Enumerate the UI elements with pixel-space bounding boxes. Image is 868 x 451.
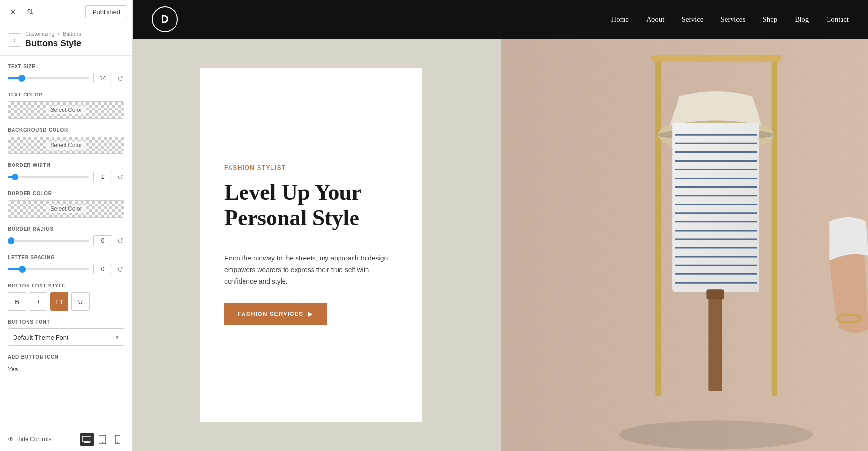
nav-link-services[interactable]: Services xyxy=(720,15,745,24)
text-size-label: TEXT SIZE xyxy=(8,64,124,69)
border-color-control: BORDER COLOR Select Color xyxy=(8,191,124,218)
svg-point-4 xyxy=(102,442,103,443)
published-button[interactable]: Published xyxy=(85,5,127,18)
letter-spacing-input[interactable]: 0 xyxy=(93,264,112,274)
nav-link-about[interactable]: About xyxy=(646,15,665,24)
text-size-slider[interactable] xyxy=(8,77,89,79)
underline-button[interactable]: U xyxy=(71,292,90,311)
add-button-icon-control: ADD BUTTON ICON Yes xyxy=(8,355,124,375)
border-width-reset[interactable]: ↺ xyxy=(116,173,124,182)
nav-logo-letter: D xyxy=(161,13,169,26)
svg-rect-34 xyxy=(706,289,724,299)
view-tablet-button[interactable] xyxy=(95,433,109,446)
button-font-style-label: BUTTON FONT STYLE xyxy=(8,283,124,288)
breadcrumb-current: Buttons xyxy=(63,31,81,37)
back-button[interactable]: ‹ xyxy=(8,33,21,47)
border-radius-reset[interactable]: ↺ xyxy=(116,236,124,246)
border-radius-input[interactable]: 0 xyxy=(93,235,112,246)
eye-icon: 👁 xyxy=(8,436,14,443)
panel-bottom-bar: 👁 Hide Controls xyxy=(0,427,132,451)
background-color-label: BACKGROUND COLOR xyxy=(8,127,124,133)
letter-spacing-reset[interactable]: ↺ xyxy=(116,265,124,274)
border-radius-slider-row: 0 ↺ xyxy=(8,235,124,246)
svg-rect-10 xyxy=(651,55,781,62)
nav-link-home[interactable]: Home xyxy=(611,15,629,24)
view-mobile-button[interactable] xyxy=(111,433,124,446)
border-width-input[interactable]: 1 xyxy=(93,172,112,182)
background-color-picker[interactable]: Select Color xyxy=(8,137,124,154)
background-color-control: BACKGROUND COLOR Select Color xyxy=(8,127,124,154)
text-color-picker[interactable]: Select Color xyxy=(8,101,124,119)
border-width-label: BORDER WIDTH xyxy=(8,163,124,168)
italic-button[interactable]: I xyxy=(29,292,47,311)
font-style-row: B I TT U xyxy=(8,292,124,311)
hero-right xyxy=(501,39,868,451)
mobile-icon xyxy=(115,435,120,444)
border-width-control: BORDER WIDTH 1 ↺ xyxy=(8,163,124,182)
panel-top-bar: ✕ ⇅ Published xyxy=(0,0,132,24)
hero-body: From the runway to the streets, my appro… xyxy=(224,253,398,287)
hero-image xyxy=(501,39,868,451)
text-size-slider-row: 14 ↺ xyxy=(8,73,124,83)
border-width-slider[interactable] xyxy=(8,176,89,178)
border-radius-control: BORDER RADIUS 0 ↺ xyxy=(8,226,124,246)
view-desktop-button[interactable] xyxy=(80,433,94,446)
hide-controls-button[interactable]: 👁 Hide Controls xyxy=(8,436,52,443)
hero-title: Level Up Your Personal Style xyxy=(224,180,398,231)
hero-cta-label: FASHION SERVICES xyxy=(238,311,303,317)
nav-link-blog[interactable]: Blog xyxy=(795,15,809,24)
text-color-label: TEXT COLOR xyxy=(8,92,124,97)
hide-controls-label: Hide Controls xyxy=(16,436,52,443)
nav-link-contact[interactable]: Contact xyxy=(826,15,849,24)
preview-content: FASHION STYLIST Level Up Your Personal S… xyxy=(133,39,868,451)
view-buttons xyxy=(80,433,124,446)
svg-point-36 xyxy=(619,420,812,449)
nav-link-service[interactable]: Service xyxy=(682,15,704,24)
hero-cta-button[interactable]: FASHION SERVICES ▶ xyxy=(224,303,327,325)
nav-link-shop[interactable]: Shop xyxy=(762,15,777,24)
svg-rect-1 xyxy=(85,441,88,442)
buttons-font-select-wrapper: Default Theme Font Arial Georgia Helveti… xyxy=(8,328,124,346)
letter-spacing-label: LETTER SPACING xyxy=(8,255,124,260)
svg-rect-14 xyxy=(672,123,760,292)
border-width-slider-row: 1 ↺ xyxy=(8,172,124,182)
uppercase-button[interactable]: TT xyxy=(50,292,68,311)
hero-divider xyxy=(224,242,398,242)
svg-rect-0 xyxy=(82,436,91,441)
svg-rect-33 xyxy=(708,294,722,391)
desktop-icon xyxy=(82,436,91,443)
border-color-picker[interactable]: Select Color xyxy=(8,200,124,218)
svg-rect-2 xyxy=(84,442,90,443)
hero-card: FASHION STYLIST Level Up Your Personal S… xyxy=(200,68,422,422)
text-size-reset[interactable]: ↺ xyxy=(116,74,124,83)
border-radius-label: BORDER RADIUS xyxy=(8,226,124,232)
button-font-style-control: BUTTON FONT STYLE B I TT U xyxy=(8,283,124,311)
text-color-control: TEXT COLOR Select Color xyxy=(8,92,124,119)
add-button-icon-value: Yes xyxy=(8,364,124,375)
svg-rect-8 xyxy=(655,57,661,396)
preview-area: D Home About Service Services Shop Blog … xyxy=(133,0,868,451)
fashion-illustration xyxy=(501,39,868,451)
panel-content: TEXT SIZE 14 ↺ TEXT COLOR Select Color B… xyxy=(0,56,132,427)
text-color-picker-label: Select Color xyxy=(46,106,85,114)
buttons-font-label: BUTTONS FONT xyxy=(8,319,124,325)
border-radius-slider[interactable] xyxy=(8,240,89,242)
buttons-font-select[interactable]: Default Theme Font Arial Georgia Helveti… xyxy=(8,328,124,346)
panel-breadcrumb-area: ‹ Customizing › Buttons Buttons Style xyxy=(0,24,132,56)
hero-subtitle: FASHION STYLIST xyxy=(224,164,398,171)
panel-swap-button[interactable]: ⇅ xyxy=(22,4,38,20)
svg-rect-9 xyxy=(771,57,777,396)
add-button-icon-label: ADD BUTTON ICON xyxy=(8,355,124,360)
svg-point-6 xyxy=(117,442,118,443)
panel-title: Buttons Style xyxy=(25,39,124,49)
bold-button[interactable]: B xyxy=(8,292,26,311)
text-size-input[interactable]: 14 xyxy=(93,73,112,83)
panel-close-button[interactable]: ✕ xyxy=(5,4,20,20)
text-size-control: TEXT SIZE 14 ↺ xyxy=(8,64,124,83)
hero-cta-arrow-icon: ▶ xyxy=(308,311,313,317)
letter-spacing-slider[interactable] xyxy=(8,268,89,270)
tablet-icon xyxy=(99,435,106,444)
border-color-label: BORDER COLOR xyxy=(8,191,124,196)
letter-spacing-control: LETTER SPACING 0 ↺ xyxy=(8,255,124,274)
buttons-font-control: BUTTONS FONT Default Theme Font Arial Ge… xyxy=(8,319,124,346)
